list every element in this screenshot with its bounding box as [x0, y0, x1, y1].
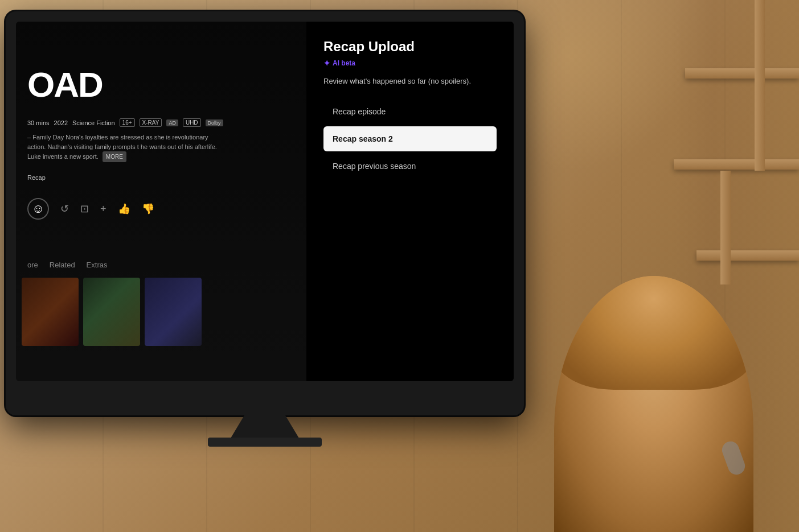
tab-explore[interactable]: ore	[27, 261, 38, 269]
recap-overlay-panel: Recap Upload ✦ AI beta Review what's hap…	[306, 22, 514, 381]
add-button[interactable]: +	[100, 203, 106, 215]
shelf-board	[696, 250, 799, 261]
show-metadata: 30 mins 2022 Science Fiction 16+ X-RAY A…	[27, 118, 223, 127]
recap-subtitle: Review what's happened so far (no spoile…	[323, 77, 497, 85]
thumbsdown-button[interactable]: 👎	[142, 203, 154, 215]
shelf-board	[685, 68, 799, 79]
ai-badge: ✦ AI beta	[323, 59, 355, 68]
uhd-badge: UHD	[183, 118, 201, 127]
recap-section: Recap	[27, 174, 46, 185]
recap-option-episode[interactable]: Recap episode	[323, 99, 497, 124]
recap-option-previous[interactable]: Recap previous season	[323, 154, 497, 179]
genre: Science Fiction	[72, 119, 115, 126]
recap-option-season[interactable]: Recap season 2	[323, 126, 497, 151]
nav-tabs: ore Related Extras	[27, 261, 107, 269]
tab-extras[interactable]: Extras	[87, 261, 108, 269]
tv-unit: OAD 30 mins 2022 Science Fiction 16+ X-R…	[6, 11, 524, 415]
thumbnail-3[interactable]	[145, 278, 202, 346]
dolby-badge: Dolby	[206, 119, 223, 126]
person-hair	[554, 276, 753, 390]
thumbsup-button[interactable]: 👍	[118, 203, 130, 215]
recap-options-list: Recap episode Recap season 2 Recap previ…	[323, 99, 497, 179]
episode-name: – Family Day	[27, 134, 64, 141]
year: 2022	[54, 119, 68, 126]
recap-circle-button[interactable]: ☺	[27, 198, 49, 220]
show-title: OAD	[27, 67, 103, 102]
ai-sparkle-icon: ✦	[323, 59, 330, 68]
shelf-board	[674, 159, 799, 170]
ai-badge-label: AI beta	[333, 59, 355, 67]
actions-row: ☺ ↺ ⊡ + 👍 👎	[27, 198, 154, 220]
snapshot-button[interactable]: ⊡	[80, 203, 89, 215]
streaming-ui-panel: OAD 30 mins 2022 Science Fiction 16+ X-R…	[16, 22, 306, 381]
person-silhouette	[554, 276, 753, 532]
recap-panel-title: Recap Upload	[323, 39, 497, 55]
more-button[interactable]: MORE	[103, 151, 126, 162]
episode-description: – Family Day Nora's loyalties are stress…	[27, 133, 221, 162]
tab-related[interactable]: Related	[50, 261, 75, 269]
recap-section-label: Recap	[27, 174, 46, 181]
ad-badge: AD	[166, 119, 178, 126]
duration: 30 mins	[27, 119, 50, 126]
tv-screen: OAD 30 mins 2022 Science Fiction 16+ X-R…	[16, 22, 514, 381]
thumbnail-1[interactable]	[22, 278, 79, 346]
thumbnail-2[interactable]	[83, 278, 140, 346]
shelf-divider	[720, 171, 731, 284]
xray-badge: X-RAY	[140, 118, 162, 127]
shelf-divider	[755, 0, 765, 171]
tv-stand-base	[208, 438, 322, 447]
rating-badge: 16+	[120, 118, 135, 127]
rewind-button[interactable]: ↺	[60, 203, 69, 215]
thumbnails-row	[22, 278, 202, 346]
